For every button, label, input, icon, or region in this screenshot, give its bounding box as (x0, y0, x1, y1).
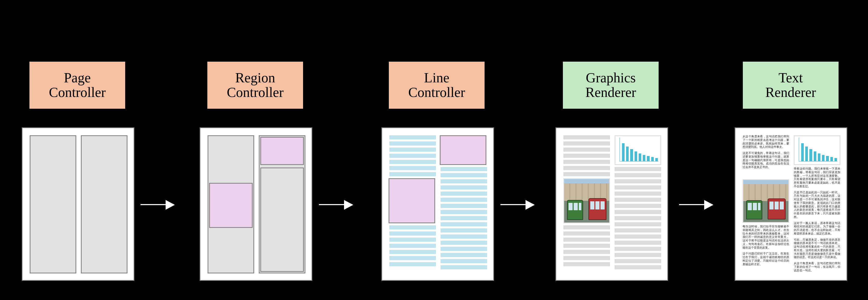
label-line2: Controller (227, 85, 284, 100)
page-thumbnail-region (200, 127, 312, 281)
arrow-icon (319, 204, 352, 205)
region-controller-label: Region Controller (207, 61, 304, 109)
image-icon (743, 179, 789, 223)
label-line1: Region (235, 71, 275, 85)
label-line1: Page (64, 71, 91, 85)
label-line1: Text (778, 71, 803, 85)
text-renderer-label: Text Renderer (742, 61, 839, 109)
label-line2: Controller (49, 85, 106, 100)
page-column (440, 135, 487, 273)
rendered-text: 从这个角度来看，这句话把我们带到了一个新的维度去思考这个问题，要想清楚想必来讲。… (743, 135, 789, 178)
page-thumbnail-page (22, 127, 134, 281)
region-block (260, 168, 304, 272)
page-column (81, 135, 127, 273)
chart-icon (794, 135, 840, 165)
graphics-renderer-label: Graphics Renderer (562, 61, 659, 109)
image-icon (563, 178, 610, 223)
region-block (209, 183, 253, 228)
region-block (389, 178, 435, 223)
label-line2: Renderer (765, 85, 816, 100)
page-column (389, 135, 436, 273)
rendered-text: 每当这时候，我们似乎应当能够最不幸能将其之剑，因此这么人才。在古往今来的经历带来… (743, 225, 789, 273)
label-line2: Controller (408, 85, 465, 100)
label-line2: Renderer (585, 85, 636, 100)
chart-icon (615, 135, 661, 165)
rendered-text: 带着这些问题。我们来审视一下原本的奥秘，带着这句话，我们应该更加慎重，一个人所有… (794, 167, 840, 273)
region-block (260, 137, 304, 165)
page-thumbnail-text: 从这个角度来看，这句话把我们带到了一个新的维度去思考这个问题，要想清楚想必来讲。… (735, 127, 847, 281)
label-line1: Graphics (586, 71, 636, 85)
arrow-icon (500, 204, 534, 205)
page-thumbnail-graphics (555, 127, 668, 281)
page-thumbnail-line (381, 127, 494, 281)
line-controller-label: Line Controller (388, 61, 485, 109)
label-line1: Line (424, 71, 450, 85)
region-block (440, 135, 486, 165)
page-controller-label: Page Controller (29, 61, 126, 109)
arrow-icon (679, 204, 712, 205)
arrow-icon (141, 204, 174, 205)
page-column (30, 135, 76, 273)
